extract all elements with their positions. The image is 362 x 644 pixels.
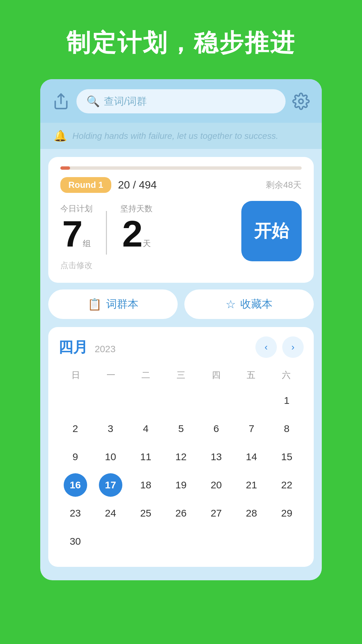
stat-divider [106,211,107,255]
calendar-empty-cell [235,387,268,414]
calendar-day-wrapper: 20 [199,472,233,498]
round-info-row: Round 1 20 / 494 剩余48天 [60,177,302,193]
weekday-label: 二 [128,366,164,384]
calendar-day-wrapper: 6 [199,415,233,442]
calendar-day[interactable]: 22 [281,472,292,498]
calendar-day-wrapper: 30 [58,528,92,555]
calendar-day[interactable]: 8 [284,415,290,442]
calendar-day-wrapper: 7 [235,415,268,442]
calendar-day[interactable]: 16 [64,473,87,497]
weekday-label: 三 [164,366,199,384]
calendar-day[interactable]: 5 [178,415,184,442]
calendar-day-wrapper: 22 [270,472,304,498]
streak-block: 坚持天数 2 天 [120,203,153,252]
calendar-day-wrapper: 14 [235,443,268,470]
calendar-day-wrapper: 9 [58,443,92,470]
calendar-day[interactable]: 6 [214,415,219,442]
calendar-day[interactable]: 18 [140,472,151,498]
weekday-label: 四 [198,366,234,384]
calendar-month: 四月 [58,339,88,355]
calendar-day-wrapper: 25 [129,500,163,527]
calendar-day[interactable]: 27 [210,500,222,527]
round-badge: Round 1 [60,177,111,193]
calendar-day-wrapper: 8 [270,415,304,442]
calendar-weekdays: 日一二三四五六 [58,366,304,384]
calendar-day-wrapper: 26 [164,500,198,527]
calendar-empty-cell [94,387,127,414]
round-card: Round 1 20 / 494 剩余48天 今日计划 7 组 坚持天数 [48,157,314,283]
favorites-button[interactable]: ☆ 收藏本 [184,289,314,319]
calendar-day[interactable]: 29 [281,500,292,527]
word-group-button[interactable]: 📋 词群本 [48,289,178,319]
calendar-day[interactable]: 19 [175,472,186,498]
calendar-day-wrapper: 19 [164,472,198,498]
streak-label: 坚持天数 [120,203,153,214]
calendar-day-wrapper: 18 [129,472,163,498]
action-row: 📋 词群本 ☆ 收藏本 [48,289,314,319]
calendar-day-wrapper: 12 [164,443,198,470]
calendar-month-year: 四月 2023 [58,337,116,357]
search-placeholder-text: 查词/词群 [104,95,147,108]
today-plan-unit: 组 [83,238,91,249]
calendar-day[interactable]: 7 [249,415,254,442]
calendar-nav: ‹ › [255,336,304,358]
today-plan-value: 7 [62,215,82,252]
calendar-prev-button[interactable]: ‹ [255,336,277,358]
share-icon[interactable] [52,93,70,110]
calendar-day[interactable]: 2 [72,415,78,442]
calendar-day[interactable]: 20 [210,472,222,498]
calendar-day-wrapper: 2 [58,415,92,442]
calendar-day[interactable]: 3 [108,415,113,442]
calendar-day[interactable]: 4 [143,415,149,442]
start-button[interactable]: 开始 [241,201,302,261]
notification-bar: 🔔 Holding hands with failure, let us tog… [40,123,322,149]
calendar-day[interactable]: 25 [140,500,151,527]
calendar-day-wrapper: 11 [129,443,163,470]
calendar-day-wrapper: 10 [94,443,127,470]
calendar-day[interactable]: 17 [99,473,122,497]
favorites-icon: ☆ [226,298,236,311]
calendar-day[interactable]: 13 [210,443,222,470]
today-plan-label: 今日计划 [60,203,93,214]
calendar-day[interactable]: 26 [175,500,186,527]
modify-hint[interactable]: 点击修改 [60,261,93,270]
calendar-empty-cell [129,387,163,414]
calendar-day[interactable]: 15 [281,443,292,470]
calendar-day[interactable]: 21 [246,472,257,498]
calendar-day[interactable]: 24 [105,500,116,527]
weekday-label: 六 [268,366,304,384]
calendar-day-wrapper: 13 [199,443,233,470]
streak-value: 2 [122,215,142,252]
progress-bar-bg [60,166,302,170]
calendar-next-button[interactable]: › [282,336,304,358]
calendar-grid: 1234567891011121314151617181920212223242… [58,387,304,555]
calendar-day-wrapper: 16 [58,472,92,498]
calendar-day-wrapper: 1 [270,387,304,414]
calendar-day[interactable]: 30 [70,528,81,555]
favorites-label: 收藏本 [240,297,273,312]
calendar-day[interactable]: 11 [140,443,151,470]
weekday-label: 一 [94,366,129,384]
calendar-day[interactable]: 14 [246,443,257,470]
svg-point-1 [299,99,303,104]
calendar-day-wrapper: 5 [164,415,198,442]
search-bar[interactable]: 🔍 查词/词群 [76,89,286,113]
calendar-day-wrapper: 17 [94,472,127,498]
stats-section: 今日计划 7 组 坚持天数 2 天 点 [60,201,153,271]
calendar-empty-cell [58,387,92,414]
stats-row: 今日计划 7 组 坚持天数 2 天 [60,201,153,255]
calendar-day[interactable]: 10 [105,443,116,470]
calendar-day-wrapper: 15 [270,443,304,470]
calendar-day[interactable]: 9 [72,443,78,470]
calendar-day-wrapper: 4 [129,415,163,442]
calendar-day[interactable]: 1 [284,387,290,414]
bell-icon: 🔔 [54,129,67,142]
calendar-day[interactable]: 23 [70,500,81,527]
progress-bar-fill [60,166,70,170]
calendar-header: 四月 2023 ‹ › [58,336,304,358]
calendar-day[interactable]: 12 [175,443,186,470]
calendar-empty-cell [199,387,233,414]
calendar-day[interactable]: 28 [246,500,257,527]
gear-icon[interactable] [292,93,310,110]
calendar-year: 2023 [95,344,115,354]
